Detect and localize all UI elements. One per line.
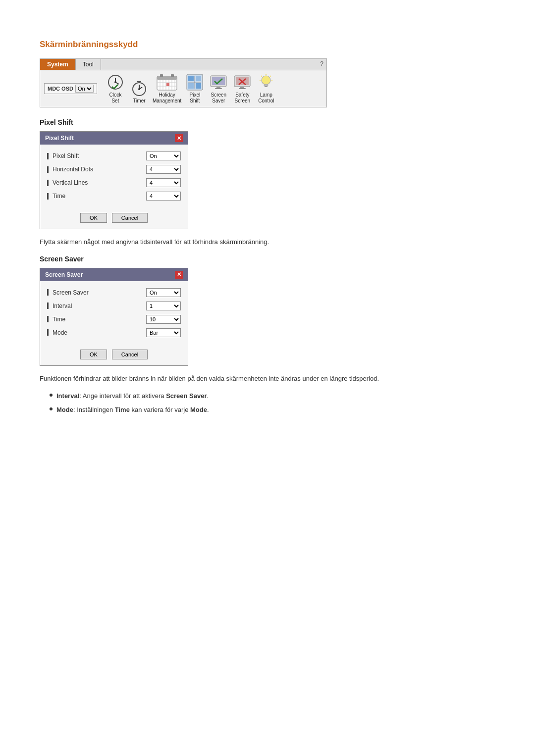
pixel-shift-select-3[interactable]: 4 123 <box>146 178 181 187</box>
screen-saver-select-3[interactable]: 10 51520 <box>146 315 181 324</box>
bullet-text-2: Mode: Inställningen Time kan variera för… <box>56 405 209 415</box>
pixel-shift-heading: Pixel Shift <box>40 118 495 126</box>
bullet-bold-mode: Mode <box>56 406 73 413</box>
toolbar-icon-safety-screen[interactable]: SafetyScreen <box>232 73 253 104</box>
bullet-link-time: Time <box>115 406 130 413</box>
bullet-dot-1 <box>50 394 53 397</box>
svg-rect-32 <box>216 87 220 88</box>
pixel-shift-row-2: Horizontal Dots 4 123 <box>47 165 181 174</box>
toolbar-icon-timer[interactable]: Timer <box>129 79 150 104</box>
svg-rect-42 <box>265 86 268 87</box>
label-bar <box>47 302 49 309</box>
bullet-after-1: . <box>207 392 209 400</box>
svg-rect-11 <box>157 76 177 80</box>
label-bar <box>47 153 49 159</box>
mdc-osd-control: MDC OSD On Off <box>44 83 97 94</box>
holiday-management-icon <box>156 73 178 91</box>
pixel-shift-label-1: Pixel Shift <box>47 152 79 159</box>
screen-saver-row-2: Interval 1 23 <box>47 302 181 310</box>
pixel-shift-footer: OK Cancel <box>40 210 188 229</box>
pixel-shift-ok-btn[interactable]: OK <box>80 213 107 223</box>
pixel-shift-label-2: Horizontal Dots <box>47 166 93 173</box>
question-mark-icon[interactable]: ? <box>320 60 323 67</box>
pixel-shift-description: Flytta skärmen något med angivna tidsint… <box>40 237 495 247</box>
screen-saver-ok-btn[interactable]: OK <box>80 350 107 359</box>
svg-rect-22 <box>171 74 174 77</box>
lamp-control-label: LampControl <box>258 92 274 104</box>
screen-saver-cancel-btn[interactable]: Cancel <box>112 350 148 359</box>
pixel-shift-section: Pixel Shift Pixel Shift ✕ Pixel Shift On… <box>40 118 495 247</box>
svg-rect-33 <box>215 88 222 89</box>
toolbar-icon-screen-saver[interactable]: ScreenSaver <box>208 73 229 104</box>
svg-rect-21 <box>160 74 163 77</box>
clock-set-label: ClockSet <box>109 92 121 104</box>
screen-saver-title-bar: Screen Saver ✕ <box>40 268 188 281</box>
bullet-item-mode: Mode: Inställningen Time kan variera för… <box>50 405 495 415</box>
pixel-shift-label: PixelShift <box>189 92 200 104</box>
svg-point-3 <box>114 81 116 83</box>
pixel-shift-dialog-title: Pixel Shift <box>45 135 74 142</box>
pixel-shift-dialog-body: Pixel Shift On Off Horizontal Dots 4 123 <box>40 145 188 210</box>
pixel-shift-select-2[interactable]: 4 123 <box>146 165 181 174</box>
bullet-dot-2 <box>50 407 53 410</box>
screen-saver-footer: OK Cancel <box>40 347 188 365</box>
bullet-list: Interval: Ange intervall för att aktiver… <box>50 391 495 414</box>
svg-rect-20 <box>166 83 169 86</box>
mdc-osd-select[interactable]: On Off <box>75 85 94 93</box>
screen-saver-close-btn[interactable]: ✕ <box>175 271 183 279</box>
screen-saver-label-3: Time <box>47 316 65 323</box>
timer-label: Timer <box>133 98 145 104</box>
pixel-shift-cancel-btn[interactable]: Cancel <box>112 213 148 223</box>
mdc-osd-label: MDC OSD <box>48 86 73 92</box>
screen-saver-label-1: Screen Saver <box>47 289 89 296</box>
screen-saver-dialog-title: Screen Saver <box>45 271 83 278</box>
screen-saver-row-3: Time 10 51520 <box>47 315 181 324</box>
screen-saver-section: Screen Saver Screen Saver ✕ Screen Saver… <box>40 255 495 415</box>
svg-rect-31 <box>212 77 225 85</box>
toolbar-body: MDC OSD On Off <box>40 70 326 107</box>
page-title: Skärminbränningsskydd <box>40 40 495 50</box>
screen-saver-dialog: Screen Saver ✕ Screen Saver On Off Inter… <box>40 268 188 366</box>
bullet-link-screen-saver: Screen Saver <box>166 392 207 400</box>
toolbar-tabs: System Tool ? <box>40 59 326 70</box>
svg-rect-27 <box>196 83 201 89</box>
label-bar <box>47 180 49 186</box>
screen-saver-heading: Screen Saver <box>40 255 495 263</box>
pixel-shift-close-btn[interactable]: ✕ <box>175 134 183 142</box>
pixel-shift-select-4[interactable]: 4 123 <box>146 192 181 201</box>
safety-screen-label: SafetyScreen <box>234 92 250 104</box>
toolbar-icon-pixel-shift[interactable]: PixelShift <box>184 73 205 104</box>
pixel-shift-row-4: Time 4 123 <box>47 192 181 201</box>
svg-line-44 <box>270 76 271 77</box>
screen-saver-icon <box>210 73 227 91</box>
svg-point-40 <box>262 76 270 85</box>
screen-saver-label: ScreenSaver <box>211 92 226 104</box>
pixel-shift-dialog: Pixel Shift ✕ Pixel Shift On Off Horizon… <box>40 131 188 229</box>
screen-saver-select-2[interactable]: 1 23 <box>146 302 181 310</box>
screen-saver-select-4[interactable]: Bar Fade Scroll <box>146 328 181 337</box>
screen-saver-select-1[interactable]: On Off <box>146 288 181 297</box>
pixel-shift-select-1[interactable]: On Off <box>146 151 181 160</box>
toolbar-icon-holiday-management[interactable]: HolidayManagement <box>153 73 181 104</box>
label-bar <box>47 289 49 296</box>
bullet-link-mode: Mode <box>190 406 207 413</box>
svg-rect-25 <box>196 76 201 81</box>
svg-line-46 <box>261 76 262 77</box>
pixel-shift-row-1: Pixel Shift On Off <box>47 151 181 160</box>
safety-screen-icon <box>233 73 251 91</box>
screen-saver-row-4: Mode Bar Fade Scroll <box>47 328 181 337</box>
bullet-text-1: Interval: Ange intervall för att aktiver… <box>56 391 209 401</box>
toolbar-icon-clock-set[interactable]: ClockSet <box>105 73 126 104</box>
tab-system[interactable]: System <box>40 59 76 70</box>
bullet-normal-1: : Ange intervall för att aktivera <box>79 392 166 400</box>
holiday-management-label: HolidayManagement <box>153 92 181 104</box>
screen-saver-label-4: Mode <box>47 329 67 336</box>
label-bar <box>47 166 49 173</box>
screen-saver-dialog-body: Screen Saver On Off Interval 1 23 <box>40 281 188 347</box>
bullet-normal-2: : Inställningen <box>73 406 115 413</box>
toolbar-icon-lamp-control[interactable]: LampControl <box>256 73 276 104</box>
bullet-bold-interval: Interval <box>56 392 79 400</box>
label-bar <box>47 329 49 336</box>
tab-tool[interactable]: Tool <box>76 59 101 70</box>
clock-set-icon <box>107 73 124 91</box>
